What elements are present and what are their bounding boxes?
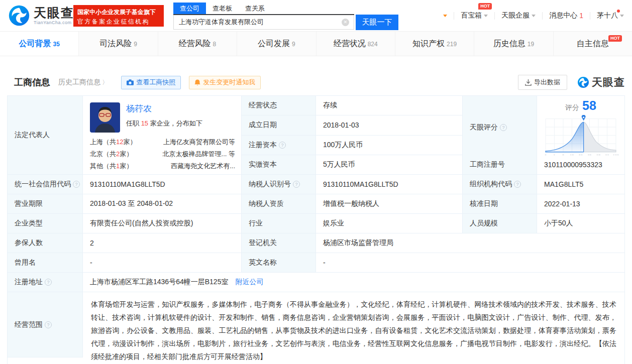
tab-company-development[interactable]: 公司发展 9 [237,32,316,56]
field-value: 2022-01-13 [544,200,580,208]
tab-count: 219 [447,41,457,48]
nav-user-menu[interactable]: 茅十八 [597,11,624,20]
watermark-text: 天眼查 [592,75,625,89]
tab-intellectual-property[interactable]: 知识产权 219 [395,32,474,56]
field-value: 310110000953323 [544,161,602,169]
tab-count: 9 [134,41,137,48]
help-icon[interactable] [279,142,286,149]
section-header: 工商信息 历史工商信息 查看工商快照 发生变更时通知我 导出数据 [7,75,625,90]
field-value: MA1G8LLT5 [544,180,583,188]
field-value: 2 [90,239,94,247]
tab-self-info[interactable]: 自主信息 HOT [554,32,632,56]
apps-dropdown-icon[interactable] [443,15,447,17]
help-icon[interactable] [45,279,52,286]
registered-address: 上海市杨浦区军工路1436号64幢一层B125室 [90,278,228,287]
field-label: 登记机关 [249,238,277,248]
tab-operating-risk[interactable]: 经营风险 8 [158,32,237,56]
field-label: 经营状态 [249,101,277,110]
nav-enterprise-service[interactable]: 天眼企服 [501,11,536,20]
message-count-badge: 1 [579,12,583,20]
logo-domain: TianYanCha.com [34,21,74,25]
bell-icon [194,79,200,86]
tab-company-background[interactable]: 公司背景 35 [0,32,79,56]
tab-judicial-risk[interactable]: 司法风险 9 [79,32,158,56]
nearby-companies-link[interactable]: 附近公司 [235,278,263,287]
nav-message-center[interactable]: 消息中心 1 [549,11,583,20]
help-icon[interactable] [45,321,52,328]
help-icon[interactable] [514,181,521,188]
help-icon[interactable] [500,124,507,131]
search-tabs: 查公司 查老板 查关系 [173,3,354,15]
field-label: 工商注册号 [470,160,505,169]
tianyancha-swirl-icon [8,5,30,27]
list-item[interactable]: 其他（共1家） 西藏海尧文化艺术有... [90,160,235,172]
help-icon[interactable] [73,181,80,188]
list-item[interactable]: 上海（共12家） 上海亿友商贸有限公司等 [90,136,235,148]
messages-label: 消息中心 [549,11,577,20]
notify-on-change-button[interactable]: 发生变更时通知我 [189,76,261,89]
history-business-info-link[interactable]: 历史工商信息 [58,78,108,87]
field-value: 5万人民币 [323,160,355,169]
search-tab-company[interactable]: 查公司 [173,3,206,14]
dist-post: 家） [123,138,136,146]
field-value: - [90,259,92,267]
search-button[interactable]: 天眼一下 [356,15,398,30]
download-icon [525,79,532,86]
divider [542,12,543,20]
tab-history-info[interactable]: 历史信息 19 [474,32,553,56]
dist-post: 家） [120,162,133,170]
field-label: 实缴资本 [249,160,277,169]
field-value: 有限责任公司(自然人投资或控股) [90,219,193,228]
chevron-down-icon [484,15,488,17]
clear-search-icon[interactable] [342,19,349,26]
legal-rep-label-cell: 法定代表人 [8,96,83,175]
score-column: 天眼评分 评分 58 [463,96,625,175]
tab-label: 经营状况 [334,39,366,49]
hot-badge: HOT [608,35,622,42]
table-row: 营业期限 2018-01-03 至 2048-01-02 纳税人资质 增值税一般… [8,194,625,214]
field-label: 注册资本 [249,141,277,150]
username-label: 茅十八 [597,11,618,20]
search-tab-relation[interactable]: 查关系 [239,3,271,14]
legal-rep-tenure: 任职 15 家企业，分布如下 [126,119,202,128]
tianyancha-watermark: 天眼查 [577,75,625,89]
export-data-button[interactable]: 导出数据 [518,75,567,90]
tianyancha-swirl-icon [577,76,589,88]
business-info-table: 法定代表人 [7,95,625,364]
dist-pre: （共 [103,150,116,158]
score-distribution-chart: 0 1 3 15 50 85 97 99 100 [543,115,619,159]
treasure-label: 百宝箱 [461,11,482,20]
tab-label: 司法风险 [99,39,132,49]
chevron-down-icon [532,15,536,17]
avatar[interactable] [90,102,120,133]
tianyancha-logo[interactable]: 天眼查 TianYanCha.com [8,5,74,27]
field-label: 成立日期 [249,120,277,130]
legal-rep-name-link[interactable]: 杨荇农 [126,103,202,114]
tenure-prefix: 任职 [126,119,141,127]
field-value: 娱乐业 [323,219,344,228]
top-right-nav: HOT 百宝箱 天眼企服 消息中心 1 茅十八 [443,0,624,31]
field-value: 100万人民币 [323,141,363,150]
field-label: 天眼评分 [470,123,498,132]
field-label: 组织机构代码 [470,180,512,189]
list-item[interactable]: 北京（共2家） 北京太极禅品牌管理... 等 [90,148,235,160]
field-label: 纳税人资质 [249,199,284,208]
dist-company: 北京太极禅品牌管理... 等 [163,148,235,160]
tenure-suffix: 家企业，分布如下 [148,119,202,127]
search-tab-boss[interactable]: 查老板 [206,3,239,14]
tianyan-score-cell: 评分 58 [537,96,625,159]
field-label: 行业 [249,219,263,228]
field-label: 核准日期 [470,199,498,208]
view-snapshot-button[interactable]: 查看工商快照 [121,76,181,89]
table-row: 企业类型 有限责任公司(自然人投资或控股) 行业 娱乐业 人员规模 小于50人 [8,214,625,233]
tab-label: 历史信息 [493,39,525,49]
nav-treasure-box[interactable]: HOT 百宝箱 [461,11,488,20]
field-label: 人员规模 [470,219,498,228]
tab-operating-status[interactable]: 经营状况 824 [317,32,395,56]
tab-count: 8 [213,41,217,48]
business-scope-text: 体育场馆开发与运营，知识产权服务，多媒体制作，电子商务（不得从事金融业务），文化… [83,292,625,364]
help-icon[interactable] [293,181,300,188]
score-value: 58 [582,98,596,113]
badge-line1: 国家中小企业发展子基金旗下 [77,8,160,17]
search-input[interactable] [173,15,354,30]
